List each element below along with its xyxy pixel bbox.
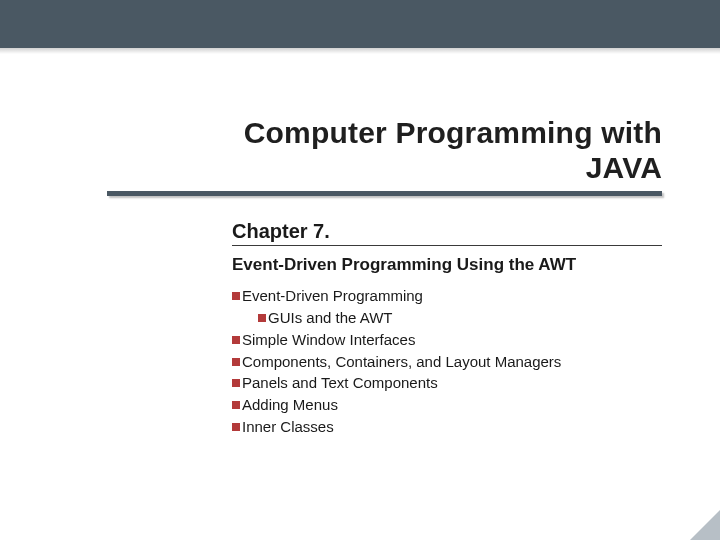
list-item-label: Panels and Text Components	[242, 374, 438, 391]
square-bullet-icon	[232, 423, 240, 431]
list-item: Adding Menus	[232, 394, 662, 416]
content-block: Chapter 7. Event-Driven Programming Usin…	[232, 220, 662, 438]
square-bullet-icon	[232, 292, 240, 300]
title-line-1: Computer Programming with	[244, 116, 662, 149]
top-bar	[0, 0, 720, 48]
title-line-2: JAVA	[586, 151, 662, 184]
list-item: Components, Containers, and Layout Manag…	[232, 351, 662, 373]
top-bar-shadow	[0, 48, 720, 54]
list-item-label: GUIs and the AWT	[268, 309, 393, 326]
list-item-label: Simple Window Interfaces	[242, 331, 415, 348]
square-bullet-icon	[232, 336, 240, 344]
title-rule	[107, 191, 662, 196]
list-item-label: Adding Menus	[242, 396, 338, 413]
title-block: Computer Programming with JAVA	[107, 116, 662, 196]
slide-title: Computer Programming with JAVA	[107, 116, 662, 185]
chapter-heading: Chapter 7.	[232, 220, 662, 243]
square-bullet-icon	[232, 401, 240, 409]
list-item: Panels and Text Components	[232, 372, 662, 394]
list-item: GUIs and the AWT	[258, 307, 662, 329]
bullet-list: Event-Driven ProgrammingGUIs and the AWT…	[232, 285, 662, 437]
list-item-label: Components, Containers, and Layout Manag…	[242, 353, 561, 370]
list-item: Inner Classes	[232, 416, 662, 438]
corner-notch-icon	[690, 510, 720, 540]
square-bullet-icon	[258, 314, 266, 322]
chapter-subtitle: Event-Driven Programming Using the AWT	[232, 254, 662, 275]
slide: Computer Programming with JAVA Chapter 7…	[0, 0, 720, 540]
list-item-label: Inner Classes	[242, 418, 334, 435]
list-item: Simple Window Interfaces	[232, 329, 662, 351]
square-bullet-icon	[232, 358, 240, 366]
square-bullet-icon	[232, 379, 240, 387]
list-item: Event-Driven Programming	[232, 285, 662, 307]
chapter-rule	[232, 245, 662, 246]
list-item-label: Event-Driven Programming	[242, 287, 423, 304]
